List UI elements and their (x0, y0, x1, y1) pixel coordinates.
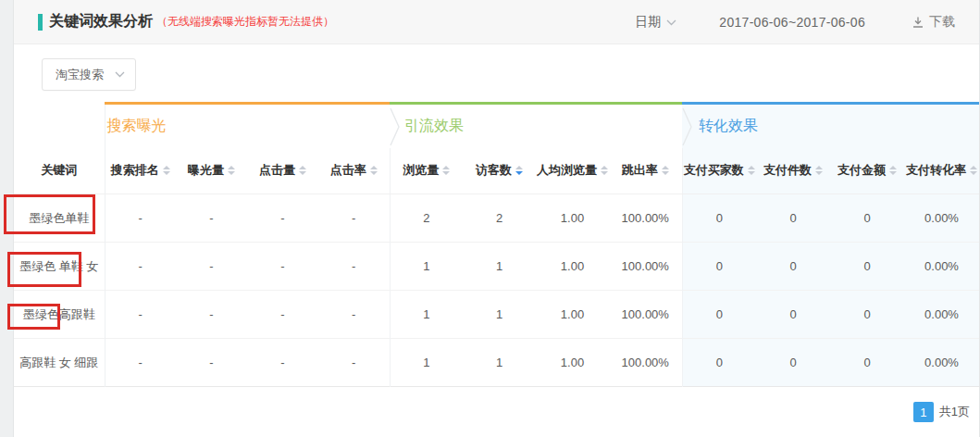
group-header-conversion-effect: 转化效果 (682, 104, 979, 148)
sort-icon (889, 166, 897, 175)
sort-icon (748, 166, 755, 175)
group-separator-chevron-icon (682, 107, 693, 150)
filter-row: 淘宝搜索 (14, 44, 979, 102)
cell: 1 (390, 339, 463, 387)
cell: 0.00% (904, 243, 979, 291)
cell: 0 (682, 291, 756, 339)
date-dropdown[interactable]: 日期 (635, 14, 676, 31)
page-total-label: 共1页 (939, 404, 970, 420)
cell: 1.00 (536, 339, 609, 387)
cell: 0 (830, 291, 904, 339)
cell: 100.00% (609, 339, 682, 387)
channel-select-value: 淘宝搜索 (56, 67, 104, 83)
cell: 0 (756, 243, 830, 291)
cell: - (318, 291, 390, 339)
sort-icon (442, 166, 450, 175)
group-label: 转化效果 (699, 118, 758, 133)
cell: - (247, 339, 318, 387)
cell: 0.00% (904, 291, 979, 339)
download-button[interactable]: 下载 (912, 14, 955, 31)
cell: - (176, 339, 247, 387)
cell: - (318, 339, 390, 387)
title-note: （无线端搜索曝光指标暂无法提供） (156, 14, 334, 30)
cell: 0.00% (904, 194, 979, 243)
keyword-analysis-card: 关键词效果分析 （无线端搜索曝光指标暂无法提供） 日期 2017-06-06~2… (13, 0, 980, 437)
cell: 1.00 (536, 291, 609, 339)
sort-icon-active (515, 166, 523, 175)
sort-icon (815, 166, 823, 175)
cell: 0 (756, 339, 830, 387)
sort-icon (228, 166, 235, 175)
column-header-visitors[interactable]: 访客数 (463, 148, 536, 194)
group-separator-chevron-icon (390, 107, 401, 150)
date-dropdown-label: 日期 (635, 14, 661, 31)
cell: 0 (830, 243, 904, 291)
table-row: 高跟鞋 女 细跟 - - - - 1 1 1.00 100.00% 0 0 0 … (14, 339, 979, 387)
table-row: 墨绿色高跟鞋 - - - - 1 1 1.00 100.00% 0 0 0 0.… (14, 291, 979, 339)
cell: 0 (830, 339, 904, 387)
chevron-down-icon (115, 71, 125, 78)
cell: 0 (682, 339, 756, 387)
column-header-paid-items[interactable]: 支付件数 (756, 148, 830, 194)
cell: - (318, 194, 390, 243)
cell: 1 (390, 291, 463, 339)
title-accent-bar (38, 14, 43, 31)
table-row: 墨绿色 单鞋 女 - - - - 1 1 1.00 100.00% 0 0 0 … (14, 243, 979, 291)
column-header-paying-buyers[interactable]: 支付买家数 (682, 148, 756, 194)
keyword-analysis-screen: 关键词效果分析 （无线端搜索曝光指标暂无法提供） 日期 2017-06-06~2… (0, 0, 980, 437)
cell: 1.00 (536, 194, 609, 243)
column-header-keyword: 关键词 (14, 148, 105, 194)
cell: - (105, 243, 176, 291)
cell: 100.00% (609, 291, 682, 339)
sort-icon (370, 166, 378, 175)
channel-select[interactable]: 淘宝搜索 (42, 58, 136, 91)
table-row: 墨绿色单鞋 - - - - 2 2 1.00 100.00% 0 0 0 0.0… (14, 194, 979, 243)
sort-icon (299, 166, 306, 175)
column-header-payment-conversion[interactable]: 支付转化率 (904, 148, 979, 194)
cell: - (105, 339, 176, 387)
cell: - (318, 243, 390, 291)
group-label: 引流效果 (404, 118, 464, 133)
column-header-search-rank[interactable]: 搜索排名 (105, 148, 176, 194)
cell: 1.00 (536, 243, 609, 291)
cell: - (176, 243, 247, 291)
cell: - (247, 194, 318, 243)
table-footer: 1 共1页 (14, 387, 979, 437)
keyword-link[interactable]: 墨绿色 单鞋 女 (14, 243, 105, 291)
cell: 0 (830, 194, 904, 243)
download-label: 下载 (929, 14, 955, 31)
chevron-down-icon (666, 19, 676, 26)
sort-icon (601, 166, 608, 175)
cell: 1 (463, 339, 536, 387)
cell: - (247, 243, 318, 291)
group-header-traffic-effect: 引流效果 (390, 104, 682, 148)
group-header-row: 搜索曝光 引流效果 转化效果 (14, 104, 979, 148)
keyword-link[interactable]: 高跟鞋 女 细跟 (14, 339, 105, 387)
cell: 1 (463, 243, 536, 291)
cell: 1 (390, 243, 463, 291)
date-range-value[interactable]: 2017-06-06~2017-06-06 (719, 15, 865, 30)
page-button-1[interactable]: 1 (913, 402, 934, 422)
keyword-link[interactable]: 墨绿色高跟鞋 (14, 291, 105, 339)
download-icon (912, 16, 924, 29)
cell: 100.00% (609, 194, 682, 243)
column-header-bounce-rate[interactable]: 跳出率 (609, 148, 682, 194)
cell: 0 (756, 291, 830, 339)
column-header-pageviews[interactable]: 浏览量 (390, 148, 463, 194)
keyword-link[interactable]: 墨绿色单鞋 (14, 194, 105, 243)
column-header-ctr[interactable]: 点击率 (318, 148, 390, 194)
group-header-search-exposure: 搜索曝光 (105, 104, 390, 148)
column-header-row: 关键词 搜索排名 曝光量 点击量 点击率 浏览量 访客数 人均浏览量 跳出率 支… (14, 148, 979, 194)
sort-icon (970, 166, 977, 175)
cell: 100.00% (609, 243, 682, 291)
page-title: 关键词效果分析 (49, 12, 153, 31)
column-header-exposure[interactable]: 曝光量 (176, 148, 247, 194)
cell: 2 (463, 194, 536, 243)
cell: 0.00% (904, 339, 979, 387)
column-header-payment-amount[interactable]: 支付金额 (830, 148, 904, 194)
column-header-clicks[interactable]: 点击量 (247, 148, 318, 194)
sort-icon (662, 166, 669, 175)
cell: - (105, 291, 176, 339)
cell: 2 (390, 194, 463, 243)
column-header-avg-pageviews[interactable]: 人均浏览量 (536, 148, 609, 194)
